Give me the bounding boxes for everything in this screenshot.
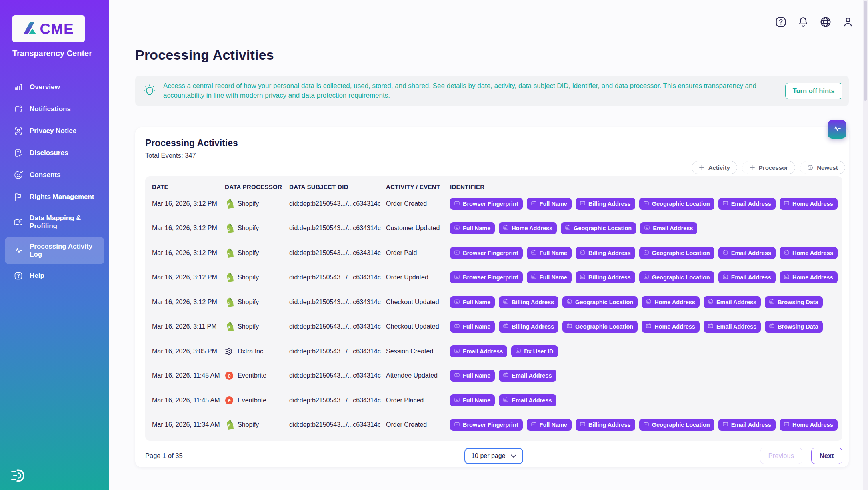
user-scan-icon	[14, 126, 23, 136]
identifier-badge[interactable]: Dx User ID	[511, 345, 558, 357]
turn-off-hints-button[interactable]: Turn off hints	[785, 83, 842, 99]
bell-button[interactable]	[797, 15, 810, 29]
identifier-badge[interactable]: Email Address	[718, 419, 776, 431]
scrollbar-thumb[interactable]	[864, 1, 867, 101]
cell-data-subject-did: did:dep:b2150543.../...c634314c	[289, 249, 386, 257]
hint-banner: Access a central record of how your pers…	[135, 76, 849, 106]
identifier-badge[interactable]: Geographic Location	[562, 296, 638, 308]
identifier-badge[interactable]: Home Address	[642, 321, 700, 333]
identifier-badge[interactable]: Full Name	[450, 296, 495, 308]
id-card-icon	[503, 323, 508, 330]
filter-chip-processor[interactable]: Processor	[742, 161, 795, 174]
identifier-badge[interactable]: Browser Fingerprint	[450, 419, 523, 431]
identifier-badge[interactable]: Email Address	[718, 247, 776, 259]
identifier-badge[interactable]: Browser Fingerprint	[450, 198, 523, 210]
identifier-badge[interactable]: Home Address	[780, 271, 838, 283]
identifier-badge[interactable]: Full Name	[450, 370, 495, 382]
identifier-badge[interactable]: Email Address	[450, 345, 507, 357]
identifier-badge[interactable]: Full Name	[450, 321, 495, 333]
id-card-icon	[784, 201, 789, 207]
identifier-badge-label: Geographic Location	[575, 323, 633, 330]
cell-date: Mar 16, 2026, 3:11 PM	[152, 323, 225, 330]
sidebar-item-help[interactable]: Help	[5, 265, 104, 286]
identifier-badge[interactable]: Billing Address	[576, 247, 635, 259]
id-card-icon	[708, 323, 713, 330]
identifier-badge[interactable]: Email Address	[704, 321, 761, 333]
identifier-badge[interactable]: Billing Address	[576, 271, 635, 283]
identifier-badge-label: Geographic Location	[652, 422, 710, 428]
filter-chips: ActivityProcessorNewest	[692, 161, 845, 174]
identifier-badge[interactable]: Home Address	[780, 247, 838, 259]
identifier-badge[interactable]: Email Address	[499, 394, 556, 406]
identifier-badge[interactable]: Browser Fingerprint	[450, 247, 523, 259]
card-title: Processing Activities	[145, 138, 849, 149]
identifier-badge-label: Email Address	[716, 299, 756, 305]
identifier-badge[interactable]: Full Name	[450, 222, 495, 234]
id-card-icon	[454, 274, 460, 281]
help-circle-button[interactable]	[774, 15, 788, 29]
identifier-badge[interactable]: Full Name	[450, 394, 495, 406]
cell-processor: SShopify	[225, 322, 289, 331]
identifier-badge[interactable]: Billing Address	[576, 419, 635, 431]
identifier-badge[interactable]: Browsing Data	[765, 296, 823, 308]
identifier-badge[interactable]: Email Address	[718, 271, 776, 283]
identifier-badge[interactable]: Geographic Location	[639, 419, 714, 431]
cell-identifiers: Browser FingerprintFull NameBilling Addr…	[450, 271, 838, 283]
identifier-badge[interactable]: Geographic Location	[639, 198, 714, 210]
identifier-badge[interactable]: Home Address	[642, 296, 700, 308]
sidebar-item-privacy-notice[interactable]: Privacy Notice	[5, 121, 104, 141]
identifier-badge[interactable]: Geographic Location	[561, 222, 636, 234]
globe-button[interactable]	[819, 15, 833, 29]
next-page-button[interactable]: Next	[811, 448, 842, 464]
filter-chip-activity[interactable]: Activity	[692, 161, 737, 174]
identifier-badge[interactable]: Full Name	[527, 198, 572, 210]
scrollbar[interactable]	[863, 0, 868, 490]
processor-name: Shopify	[238, 249, 259, 257]
sidebar-item-processing-activity-log[interactable]: Processing Activity Log	[5, 237, 104, 264]
identifier-badge[interactable]: Geographic Location	[639, 247, 714, 259]
cell-data-subject-did: did:dep:b2150543.../...c634314c	[289, 323, 386, 330]
identifier-badge[interactable]: Billing Address	[499, 321, 558, 333]
identifier-badge[interactable]: Billing Address	[499, 296, 558, 308]
identifier-badge[interactable]: Full Name	[527, 247, 572, 259]
identifier-badge-label: Email Address	[653, 225, 693, 231]
cell-activity-event: Session Created	[386, 348, 450, 355]
identifier-badge[interactable]: Geographic Location	[562, 321, 638, 333]
previous-page-button[interactable]: Previous	[760, 448, 802, 464]
identifier-badge[interactable]: Full Name	[527, 271, 572, 283]
sidebar-item-rights-management[interactable]: Rights Management	[5, 187, 104, 207]
identifier-badge[interactable]: Home Address	[780, 419, 838, 431]
identifier-badge[interactable]: Browsing Data	[765, 321, 823, 333]
per-page-select[interactable]: 10 per page	[464, 448, 523, 464]
identifier-badge[interactable]: Browser Fingerprint	[450, 271, 523, 283]
identifier-badge[interactable]: Email Address	[499, 370, 556, 382]
sidebar-item-disclosures[interactable]: Disclosures	[5, 143, 104, 163]
sidebar-item-overview[interactable]: Overview	[5, 77, 104, 98]
id-card-icon	[503, 397, 508, 404]
card-header: Processing Activities Total Events: 347	[135, 127, 849, 159]
user-button[interactable]	[842, 15, 855, 29]
table-row: Mar 16, 2026, 3:12 PMSShopifydid:dep:b21…	[152, 265, 838, 290]
identifier-badge[interactable]: Full Name	[527, 419, 572, 431]
identifier-badge[interactable]: Email Address	[704, 296, 761, 308]
identifier-badge-label: Full Name	[540, 250, 567, 256]
identifier-badge[interactable]: Home Address	[780, 198, 838, 210]
filter-chip-newest[interactable]: Newest	[800, 161, 845, 174]
identifier-badge[interactable]: Email Address	[640, 222, 697, 234]
cell-data-subject-did: did:dep:b2150543.../...c634314c	[289, 225, 386, 232]
identifier-badge[interactable]: Billing Address	[576, 198, 635, 210]
sidebar-item-notifications[interactable]: Notifications	[5, 99, 104, 120]
processor-name: Dxtra Inc.	[238, 348, 265, 355]
main-content: Processing Activities Access a central r…	[109, 0, 868, 490]
activity-log-button[interactable]	[828, 120, 846, 139]
identifier-badge[interactable]: Email Address	[718, 198, 776, 210]
identifier-badge[interactable]: Geographic Location	[639, 271, 714, 283]
identifier-badge-label: Email Address	[512, 372, 552, 379]
cell-date: Mar 16, 2026, 11:45 AM	[152, 397, 225, 404]
cell-processor: SShopify	[225, 273, 289, 282]
id-card-icon	[723, 274, 728, 281]
cell-activity-event: Order Created	[386, 421, 450, 428]
sidebar-item-consents[interactable]: Consents	[5, 165, 104, 185]
identifier-badge[interactable]: Home Address	[499, 222, 557, 234]
sidebar-item-data-mapping-profiling[interactable]: Data Mapping & Profiling	[5, 209, 104, 236]
